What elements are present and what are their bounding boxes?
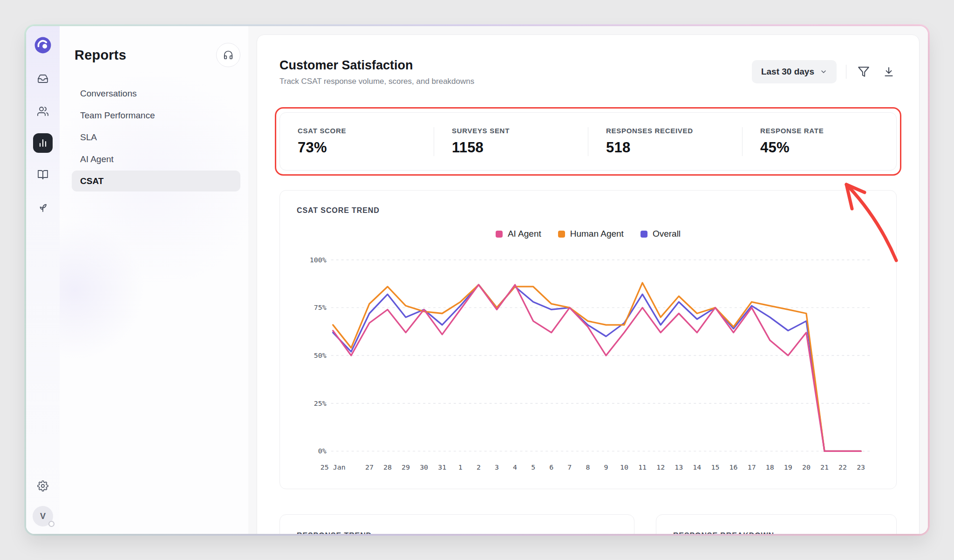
sidebar-item-sla[interactable]: SLA bbox=[72, 127, 240, 148]
svg-text:25 Jan: 25 Jan bbox=[320, 463, 346, 471]
svg-text:11: 11 bbox=[638, 463, 647, 471]
svg-text:16: 16 bbox=[729, 463, 738, 471]
date-range-label: Last 30 days bbox=[761, 67, 814, 77]
stat-response-rate: RESPONSE RATE 45% bbox=[743, 127, 896, 156]
svg-text:15: 15 bbox=[711, 463, 719, 471]
svg-text:4: 4 bbox=[513, 463, 517, 471]
legend-swatch-human bbox=[558, 231, 565, 238]
svg-text:17: 17 bbox=[748, 463, 756, 471]
svg-text:8: 8 bbox=[586, 463, 590, 471]
svg-text:100%: 100% bbox=[310, 256, 327, 264]
svg-text:5: 5 bbox=[531, 463, 535, 471]
main-area: Customer Satisfaction Track CSAT respons… bbox=[248, 26, 928, 534]
svg-text:12: 12 bbox=[656, 463, 665, 471]
stat-value: 45% bbox=[760, 139, 896, 156]
reports-menu: Conversations Team Performance SLA AI Ag… bbox=[72, 83, 240, 191]
chart-box: 0%25%50%75%100%25 Jan2728293031123456789… bbox=[297, 252, 879, 478]
page-subtitle: Track CSAT response volume, scores, and … bbox=[279, 77, 474, 86]
sidebar-item-csat[interactable]: CSAT bbox=[72, 171, 240, 191]
svg-text:28: 28 bbox=[383, 463, 392, 471]
svg-text:18: 18 bbox=[766, 463, 774, 471]
status-dot bbox=[48, 521, 55, 527]
svg-text:0%: 0% bbox=[318, 447, 327, 455]
svg-text:21: 21 bbox=[820, 463, 829, 471]
filter-button[interactable] bbox=[856, 64, 872, 80]
stat-label: CSAT SCORE bbox=[298, 127, 434, 135]
users-icon[interactable] bbox=[32, 101, 54, 122]
download-icon bbox=[883, 66, 895, 78]
svg-text:19: 19 bbox=[784, 463, 792, 471]
csat-score-trend-card: CSAT SCORE TREND AI Agent Human Agent Ov… bbox=[279, 190, 897, 489]
response-trend-title: RESPONSE TREND bbox=[297, 532, 617, 534]
rail-bottom: V bbox=[32, 475, 54, 526]
response-breakdown-card: RESPONSE BREAKDOWN bbox=[656, 514, 897, 534]
bottom-cards-row: RESPONSE TREND RESPONSE BREAKDOWN bbox=[279, 514, 897, 534]
trend-card-title: CSAT SCORE TREND bbox=[297, 206, 879, 215]
stat-label: SURVEYS SENT bbox=[452, 127, 588, 135]
svg-text:1: 1 bbox=[458, 463, 463, 471]
stats-section: CSAT SCORE 73% SURVEYS SENT 1158 RESPONS… bbox=[279, 112, 897, 171]
svg-text:23: 23 bbox=[857, 463, 865, 471]
svg-text:75%: 75% bbox=[314, 303, 327, 312]
sidebar-title: Reports bbox=[75, 48, 126, 63]
sidebar-item-ai-agent[interactable]: AI Agent bbox=[72, 149, 240, 170]
stat-label: RESPONSES RECEIVED bbox=[606, 127, 742, 135]
page-title: Customer Satisfaction bbox=[279, 58, 474, 73]
sidebar-item-team-performance[interactable]: Team Performance bbox=[72, 105, 240, 126]
app-window: V Reports Conversations Team Performance… bbox=[26, 26, 928, 534]
legend-label: Human Agent bbox=[570, 229, 624, 239]
stat-csat-score: CSAT SCORE 73% bbox=[280, 127, 434, 156]
header-controls: Last 30 days bbox=[752, 60, 897, 83]
report-header: Customer Satisfaction Track CSAT respons… bbox=[279, 58, 897, 86]
legend-overall[interactable]: Overall bbox=[641, 229, 681, 239]
legend-label: AI Agent bbox=[508, 229, 541, 239]
svg-text:30: 30 bbox=[420, 463, 428, 471]
chart-legend: AI Agent Human Agent Overall bbox=[297, 229, 879, 239]
download-button[interactable] bbox=[881, 64, 897, 80]
user-avatar[interactable]: V bbox=[33, 506, 53, 526]
csat-report-card: Customer Satisfaction Track CSAT respons… bbox=[257, 34, 920, 534]
svg-text:7: 7 bbox=[567, 463, 572, 471]
svg-text:13: 13 bbox=[675, 463, 683, 471]
svg-text:14: 14 bbox=[693, 463, 701, 471]
legend-label: Overall bbox=[653, 229, 681, 239]
svg-text:6: 6 bbox=[549, 463, 553, 471]
legend-swatch-overall bbox=[641, 231, 647, 238]
stat-value: 1158 bbox=[452, 139, 588, 156]
svg-text:9: 9 bbox=[604, 463, 608, 471]
stat-label: RESPONSE RATE bbox=[760, 127, 896, 135]
rail-nav bbox=[32, 68, 54, 218]
svg-text:10: 10 bbox=[620, 463, 628, 471]
icon-rail: V bbox=[26, 26, 60, 534]
stat-surveys-sent: SURVEYS SENT 1158 bbox=[434, 127, 588, 156]
svg-text:25%: 25% bbox=[314, 399, 327, 408]
inbox-icon[interactable] bbox=[32, 68, 54, 89]
sidebar-item-conversations[interactable]: Conversations bbox=[72, 83, 240, 104]
legend-ai-agent[interactable]: AI Agent bbox=[496, 229, 541, 239]
svg-text:31: 31 bbox=[438, 463, 446, 471]
stat-value: 73% bbox=[298, 139, 434, 156]
csat-trend-line-chart: 0%25%50%75%100%25 Jan2728293031123456789… bbox=[297, 252, 879, 476]
reports-sidebar: Reports Conversations Team Performance S… bbox=[60, 26, 248, 534]
plant-icon[interactable] bbox=[32, 197, 54, 218]
app-logo[interactable] bbox=[34, 36, 52, 54]
filter-funnel-icon bbox=[858, 66, 870, 78]
legend-swatch-ai bbox=[496, 231, 503, 238]
date-range-button[interactable]: Last 30 days bbox=[752, 60, 837, 83]
settings-gear-icon[interactable] bbox=[32, 475, 54, 497]
svg-text:3: 3 bbox=[495, 463, 499, 471]
support-headset-button[interactable] bbox=[216, 43, 240, 67]
svg-text:2: 2 bbox=[477, 463, 481, 471]
svg-text:29: 29 bbox=[402, 463, 410, 471]
stat-value: 518 bbox=[606, 139, 742, 156]
svg-text:50%: 50% bbox=[314, 351, 327, 360]
svg-text:22: 22 bbox=[838, 463, 847, 471]
chevron-down-icon bbox=[820, 68, 827, 75]
knowledge-book-icon[interactable] bbox=[32, 164, 54, 185]
header-divider bbox=[846, 65, 846, 79]
stat-responses-received: RESPONSES RECEIVED 518 bbox=[588, 127, 742, 156]
legend-human-agent[interactable]: Human Agent bbox=[558, 229, 624, 239]
avatar-initial: V bbox=[40, 512, 46, 521]
report-header-text: Customer Satisfaction Track CSAT respons… bbox=[279, 58, 474, 86]
reports-chart-icon[interactable] bbox=[33, 133, 53, 153]
